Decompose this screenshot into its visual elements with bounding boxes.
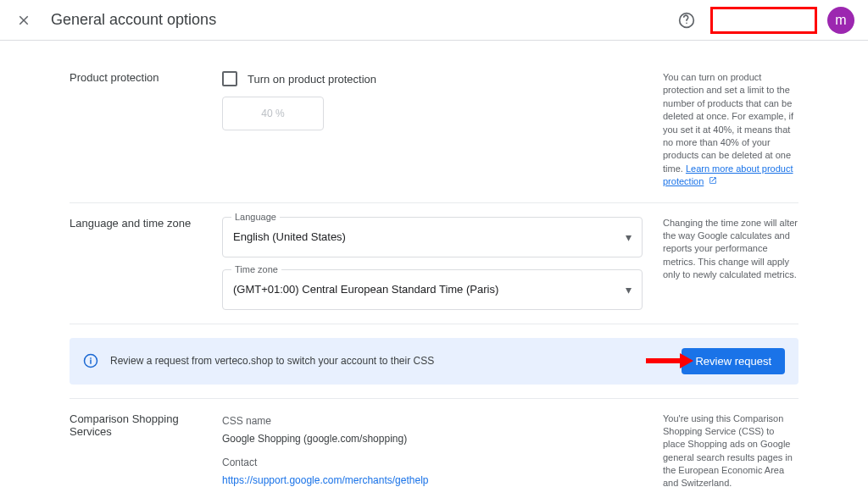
css-name-value: Google Shopping (google.com/shopping)	[222, 430, 643, 449]
section-label-protection: Product protection	[70, 71, 222, 189]
page-title: General account options	[51, 11, 676, 29]
language-aside-text: Changing the time zone will alter the wa…	[663, 217, 798, 310]
review-request-button[interactable]: Review request	[682, 348, 785, 374]
avatar[interactable]: m	[827, 7, 854, 34]
protection-aside-text: You can turn on product protection and s…	[663, 72, 793, 174]
css-contact-label: Contact	[222, 454, 643, 473]
protection-percent-input: 40 %	[222, 97, 324, 130]
css-aside-text: You're using this Comparison Shopping Se…	[663, 413, 793, 487]
timezone-dropdown[interactable]: Time zone (GMT+01:00) Central European S…	[222, 269, 643, 310]
chevron-down-icon: ▾	[626, 283, 632, 296]
external-link-icon	[709, 176, 717, 185]
info-icon	[83, 353, 98, 368]
help-icon[interactable]	[676, 10, 697, 30]
section-label-language: Language and time zone	[70, 217, 222, 310]
timezone-dropdown-label: Time zone	[231, 264, 281, 274]
timezone-dropdown-value: (GMT+01:00) Central European Standard Ti…	[233, 283, 626, 296]
protection-learn-more-link[interactable]: Learn more about product protection	[663, 163, 793, 186]
protection-checkbox-label: Turn on product protection	[248, 73, 376, 86]
chevron-down-icon: ▾	[626, 230, 632, 244]
close-icon[interactable]	[14, 10, 34, 30]
review-request-banner: Review a request from verteco.shop to sw…	[70, 338, 798, 385]
highlight-box	[710, 7, 817, 34]
language-dropdown-value: English (United States)	[233, 230, 626, 243]
language-dropdown-label: Language	[231, 212, 280, 222]
css-name-label: CSS name	[222, 412, 643, 431]
banner-text: Review a request from verteco.shop to sw…	[110, 355, 670, 367]
section-label-css: Comparison Shopping Services	[70, 412, 222, 487]
protection-checkbox[interactable]	[222, 71, 237, 86]
language-dropdown[interactable]: Language English (United States) ▾	[222, 217, 643, 257]
css-contact-url[interactable]: https://support.google.com/merchants/get…	[222, 474, 428, 486]
